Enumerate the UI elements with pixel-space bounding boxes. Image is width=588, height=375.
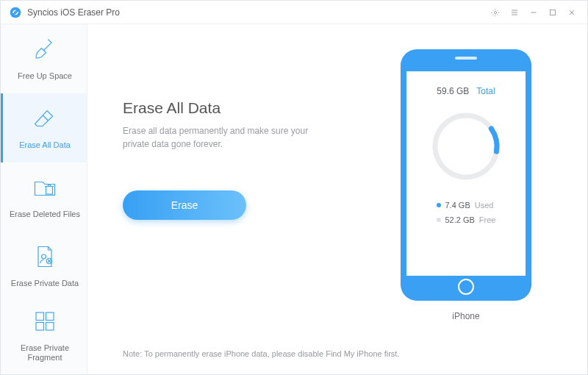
close-icon	[567, 8, 576, 17]
gear-icon	[491, 8, 500, 17]
content-right: 59.6 GB Total 7.4 GB	[374, 45, 558, 360]
legend-used: 7.4 GB Used	[437, 201, 496, 210]
svg-rect-8	[36, 312, 44, 321]
svg-point-3	[494, 11, 496, 13]
minimize-icon	[529, 8, 538, 17]
sidebar-item-free-up-space[interactable]: Free Up Space	[1, 24, 87, 93]
svg-rect-5	[46, 187, 53, 195]
fragments-icon	[32, 308, 58, 338]
dot-free-icon	[437, 218, 441, 222]
sidebar-item-erase-private-data[interactable]: Erase Private Data	[1, 232, 87, 301]
legend-free-value: 52.2 GB	[445, 215, 475, 224]
app-window: Syncios iOS Eraser Pro Free Up Space	[0, 0, 588, 375]
svg-rect-4	[551, 10, 556, 15]
sidebar: Free Up Space Erase All Data Erase Delet…	[1, 24, 87, 374]
app-title: Syncios iOS Eraser Pro	[27, 7, 120, 18]
folder-trash-icon	[32, 174, 58, 204]
storage-legend: 7.4 GB Used 52.2 GB Free	[437, 201, 496, 224]
minimize-button[interactable]	[524, 3, 543, 22]
file-user-remove-icon	[32, 243, 58, 273]
storage-total-value: 59.6 GB	[437, 86, 469, 96]
app-body: Free Up Space Erase All Data Erase Delet…	[1, 24, 587, 374]
legend-free: 52.2 GB Free	[437, 215, 496, 224]
dot-used-icon	[437, 203, 441, 207]
close-button[interactable]	[562, 3, 581, 22]
svg-rect-11	[46, 322, 54, 330]
content-left: Erase All Data Erase all data permanentl…	[123, 45, 374, 360]
sidebar-item-erase-deleted-files[interactable]: Erase Deleted Files	[1, 162, 87, 232]
legend-used-value: 7.4 GB	[445, 201, 470, 210]
app-logo-icon	[10, 7, 21, 18]
sidebar-item-label: Free Up Space	[15, 71, 75, 81]
sidebar-item-label: Erase Private Data	[8, 279, 82, 288]
page-subtitle: Erase all data permanently and make sure…	[123, 124, 329, 151]
phone-frame-icon: 59.6 GB Total 7.4 GB	[401, 49, 531, 301]
settings-button[interactable]	[486, 3, 505, 22]
device-mockup: 59.6 GB Total 7.4 GB	[401, 49, 531, 321]
broom-icon	[32, 36, 58, 65]
svg-point-0	[10, 7, 21, 18]
erase-button[interactable]: Erase	[123, 190, 246, 220]
menu-button[interactable]	[505, 3, 524, 22]
sidebar-item-label: Erase Private Fragment	[3, 343, 87, 362]
eraser-icon	[32, 105, 58, 135]
title-bar: Syncios iOS Eraser Pro	[1, 1, 587, 24]
legend-used-label: Used	[475, 201, 494, 210]
maximize-icon	[548, 8, 557, 17]
svg-point-2	[17, 12, 18, 13]
sidebar-item-erase-private-fragment[interactable]: Erase Private Fragment	[1, 301, 87, 370]
storage-total: 59.6 GB Total	[437, 86, 495, 96]
page-title: Erase All Data	[123, 99, 374, 117]
device-name: iPhone	[452, 311, 479, 321]
footer-note: Note: To permanently erase iPhone data, …	[123, 349, 558, 358]
svg-point-6	[42, 254, 46, 259]
sidebar-item-erase-all-data[interactable]: Erase All Data	[1, 93, 87, 162]
sidebar-item-label: Erase All Data	[16, 140, 74, 150]
menu-icon	[510, 8, 519, 17]
svg-rect-10	[36, 322, 44, 330]
legend-free-label: Free	[479, 215, 496, 224]
maximize-button[interactable]	[543, 3, 562, 22]
sidebar-item-label: Erase Deleted Files	[7, 210, 83, 219]
storage-ring-chart	[428, 108, 504, 185]
svg-rect-9	[46, 312, 54, 321]
storage-total-label: Total	[476, 86, 495, 96]
svg-point-1	[12, 12, 14, 13]
main-content: Erase All Data Erase all data permanentl…	[87, 24, 587, 374]
